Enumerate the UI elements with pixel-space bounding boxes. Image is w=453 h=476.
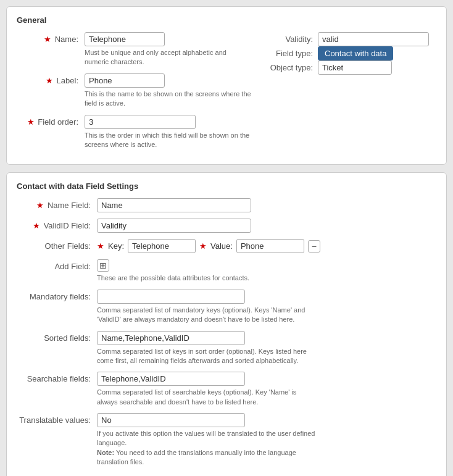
s2-other-fields-label: Other Fields: [17,239,97,251]
s2-sorted-label: Sorted fields: [17,331,97,343]
value-input[interactable] [236,239,304,253]
s2-add-field-content: ⊞ These are the possible data attributes… [97,259,436,283]
sorted-hint: Comma separated list of keys in sort ord… [97,347,319,366]
name-input[interactable] [85,32,165,46]
translatable-note-text: You need to add the translations manuall… [97,449,296,466]
translatable-input [97,413,245,427]
object-type-row: Object type: [264,61,436,75]
s2-mandatory-label: Mandatory fields: [17,290,97,301]
label-content: This is the name to be shown on the scre… [85,73,251,109]
translatable-note-bold: Note: [97,449,114,456]
s2-other-fields-row: Other Fields: ★ Key: ★ Value: − [17,239,436,253]
order-hint: This is the order in which this field wi… [85,131,251,150]
s2-validid-label: ★ ValidID Field: [17,219,97,230]
searchable-input[interactable] [97,372,245,386]
value-label: Value: [210,241,233,251]
s2-searchable-content: Comma separated list of searchable keys … [97,372,436,407]
key-input[interactable] [128,239,196,253]
s2-mandatory-content: Comma separated list of mandatory keys (… [97,290,436,325]
validity-input[interactable] [318,32,429,46]
name-field-input[interactable] [97,198,251,212]
label-label: ★ Label: [17,73,85,85]
s2-searchable-label: Searchable fields: [17,372,97,383]
label-required-star: ★ [46,76,53,85]
s2-name-field-label: ★ Name Field: [17,198,97,210]
s2-other-fields-content: ★ Key: ★ Value: − [97,239,436,253]
validity-label: Validity: [264,35,313,44]
add-field-hint: These are the possible data attributes f… [97,273,319,283]
field-type-button[interactable]: Contact with data [318,46,393,61]
searchable-hint: Comma separated list of searchable keys … [97,388,319,407]
right-fields: Validity: Field type: Contact with data … [264,32,436,156]
s2-add-field-row: Add Field: ⊞ These are the possible data… [17,259,436,283]
validid-field-input[interactable] [97,219,251,233]
s2-translatable-content: If you activate this option the values w… [97,413,436,467]
field-order-input[interactable] [85,115,196,129]
sorted-input[interactable] [97,331,245,345]
s2-add-field-label: Add Field: [17,259,97,271]
s2-sorted-row: Sorted fields: Comma separated list of k… [17,331,436,366]
value-star: ★ [199,241,207,251]
object-type-label: Object type: [264,63,313,72]
translatable-hint: If you activate this option the values w… [97,429,319,467]
s2-name-field-content [97,198,436,212]
s2-validid-row: ★ ValidID Field: [17,219,436,233]
label-hint: This is the name to be shown on the scre… [85,90,251,109]
s2-translatable-row: Translatable values: If you activate thi… [17,413,436,467]
mandatory-input[interactable] [97,290,245,304]
field-type-label: Field type: [264,49,313,58]
object-type-input [318,61,392,75]
contact-settings-section: Contact with data Field Settings ★ Name … [6,172,447,476]
name-label: ★ Name: [17,32,85,44]
contact-settings-title: Contact with data Field Settings [17,182,436,191]
label-row: ★ Label: This is the name to be shown on… [17,73,251,109]
key-label: Key: [108,241,124,251]
name-row: ★ Name: Must be unique and only accept a… [17,32,251,67]
validity-row: Validity: [264,32,436,46]
s2-mandatory-row: Mandatory fields: Comma separated list o… [17,290,436,325]
mandatory-hint: Comma separated list of mandatory keys (… [97,306,319,325]
s2-searchable-row: Searchable fields: Comma separated list … [17,372,436,407]
key-star: ★ [97,241,104,251]
add-field-button[interactable]: ⊞ [97,259,109,272]
s2-sorted-content: Comma separated list of keys in sort ord… [97,331,436,366]
name-content: Must be unique and only accept alphabeti… [85,32,251,67]
label-input[interactable] [85,73,165,88]
s2-validid-content [97,219,436,233]
field-order-label: ★ Field order: [17,115,85,127]
general-section: General ★ Name: Must be unique and only … [6,6,447,165]
s2-validid-star: ★ [33,221,40,230]
order-content: This is the order in which this field wi… [85,115,251,150]
field-order-row: ★ Field order: This is the order in whic… [17,115,251,150]
field-type-row: Field type: Contact with data [264,46,436,61]
other-fields-inputs: ★ Key: ★ Value: − [97,239,436,253]
general-title: General [17,15,436,25]
name-hint: Must be unique and only accept alphabeti… [85,48,251,67]
remove-field-button[interactable]: − [308,240,320,253]
order-required-star: ★ [27,117,35,127]
s2-translatable-label: Translatable values: [17,413,97,425]
name-required-star: ★ [44,35,51,44]
s2-name-star: ★ [36,201,44,210]
s2-name-field-row: ★ Name Field: [17,198,436,212]
